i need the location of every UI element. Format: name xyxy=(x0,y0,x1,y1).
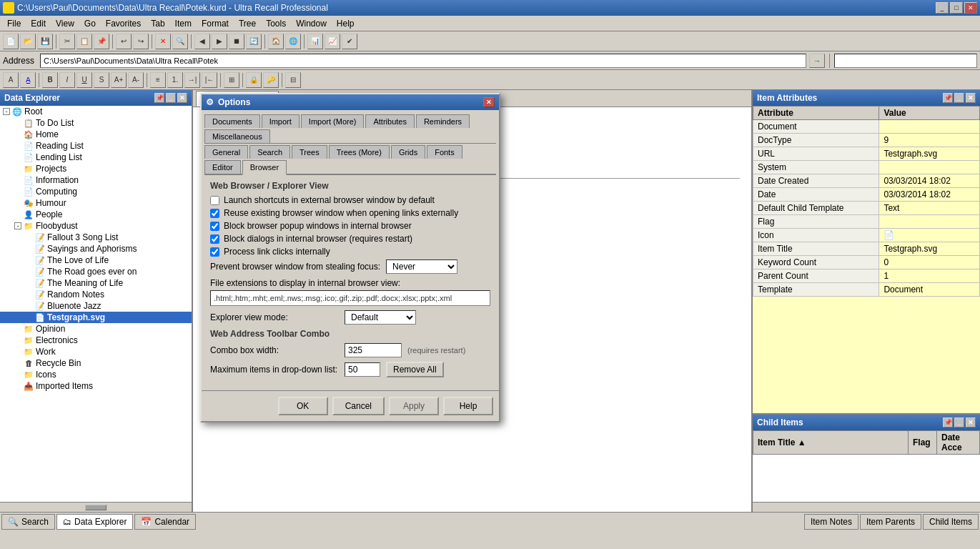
italic-btn[interactable]: I xyxy=(59,72,75,88)
dtab-attributes[interactable]: Attributes xyxy=(365,114,414,128)
tree-item-computing[interactable]: 📄Computing xyxy=(0,186,192,197)
tree-item-home[interactable]: 🏠Home xyxy=(0,129,192,140)
menu-format[interactable]: Format xyxy=(197,17,233,30)
address-input[interactable] xyxy=(40,54,806,68)
menu-help[interactable]: Help xyxy=(332,17,359,30)
dtab-fonts[interactable]: Fonts xyxy=(427,145,462,159)
search-input[interactable] xyxy=(834,54,977,68)
dtab-general[interactable]: General xyxy=(204,145,248,159)
color-btn[interactable]: A̲ xyxy=(20,72,36,88)
cb-reuse-browser[interactable] xyxy=(210,209,219,218)
tree-item-randomnotes[interactable]: 📝Random Notes xyxy=(0,289,192,300)
search-button[interactable]: 🔍 xyxy=(172,34,188,49)
ci-col-date[interactable]: Date Acce xyxy=(937,431,980,455)
tree-item-testgraph[interactable]: 📄Testgraph.svg xyxy=(0,312,192,323)
menu-view[interactable]: View xyxy=(51,17,79,30)
help-button[interactable]: Help xyxy=(443,397,493,415)
de-minimize-button[interactable]: _ xyxy=(166,93,176,103)
menu-edit[interactable]: Edit xyxy=(26,17,50,30)
ok-button[interactable]: OK xyxy=(278,397,328,415)
tb-extra2[interactable]: 📈 xyxy=(325,34,340,49)
ci-col-title[interactable]: Item Title ▲ xyxy=(753,431,909,455)
minimize-button[interactable]: _ xyxy=(936,2,949,14)
cb-block-popup[interactable] xyxy=(210,222,219,231)
dtab-browser[interactable]: Browser xyxy=(242,160,287,175)
explorer-mode-select[interactable]: Default Custom xyxy=(345,310,416,325)
home-button[interactable]: 🏠 xyxy=(268,34,284,49)
tree-item-roadgoeson[interactable]: 📝The Road goes ever on xyxy=(0,266,192,277)
menu-tab[interactable]: Tab xyxy=(147,17,169,30)
ci-close-button[interactable]: ✕ xyxy=(966,417,976,427)
tree-item-bluenotejazz[interactable]: 📝Bluenote Jazz xyxy=(0,300,192,312)
table-btn[interactable]: ⊞ xyxy=(224,72,239,88)
tb-extra3[interactable]: ✔ xyxy=(342,34,357,49)
dtab-reminders[interactable]: Reminders xyxy=(416,114,470,128)
tree-item-humour[interactable]: 🎭Humour xyxy=(0,197,192,209)
grid-btn[interactable]: ⊟ xyxy=(285,72,301,88)
ia-minimize-button[interactable]: _ xyxy=(954,93,964,103)
menu-favorites[interactable]: Favorites xyxy=(102,17,145,30)
underline-btn[interactable]: U xyxy=(76,72,92,88)
tree-item-floobydust[interactable]: -📁Floobydust xyxy=(0,220,192,232)
ci-pin-button[interactable]: 📌 xyxy=(943,417,953,427)
font-btn[interactable]: A xyxy=(3,72,19,88)
dtab-miscellaneous[interactable]: Miscellaneous xyxy=(204,129,270,143)
bottom-tab-calendar[interactable]: 📅 Calendar xyxy=(134,514,196,530)
new-button[interactable]: 📄 xyxy=(3,34,19,49)
stop-button[interactable]: ⏹ xyxy=(229,34,244,49)
maximize-button[interactable]: □ xyxy=(950,2,963,14)
bottom-tab-itemnotes[interactable]: Item Notes xyxy=(804,514,858,530)
dtab-trees[interactable]: Trees xyxy=(292,145,327,159)
tree-item-reading[interactable]: 📄Reading List xyxy=(0,140,192,152)
indent-btn[interactable]: →| xyxy=(184,72,200,88)
dtab-search[interactable]: Search xyxy=(249,145,290,159)
tree-item-lending[interactable]: 📄Lending List xyxy=(0,152,192,163)
tree-item-information[interactable]: 📄Information xyxy=(0,174,192,186)
menu-tools[interactable]: Tools xyxy=(262,17,290,30)
copy-button[interactable]: 📋 xyxy=(76,34,92,49)
dtab-documents[interactable]: Documents xyxy=(204,114,260,128)
tree-item-root[interactable]: -🌐Root xyxy=(0,106,192,117)
tree-scrollbar-thumb[interactable] xyxy=(85,505,107,510)
dtab-grids[interactable]: Grids xyxy=(391,145,425,159)
bottom-tab-search[interactable]: 🔍 Search xyxy=(1,514,55,530)
tree-item-loveoflife[interactable]: 📝The Love of Life xyxy=(0,254,192,266)
tb-extra1[interactable]: 📊 xyxy=(307,34,323,49)
tree-item-electronics[interactable]: 📁Electronics xyxy=(0,335,192,346)
tree-item-todo[interactable]: 📋To Do List xyxy=(0,117,192,129)
tree-item-fallout[interactable]: 📝Fallout 3 Song List xyxy=(0,232,192,243)
dtab-import[interactable]: Import xyxy=(262,114,300,128)
dtab-import-more[interactable]: Import (More) xyxy=(301,114,365,128)
lock-btn[interactable]: 🔒 xyxy=(246,72,262,88)
menu-file[interactable]: File xyxy=(3,17,25,30)
internet-button[interactable]: 🌐 xyxy=(285,34,301,49)
expand-btn-floobydust[interactable]: - xyxy=(14,222,21,229)
expand-btn-root[interactable]: - xyxy=(3,108,10,115)
refresh-button[interactable]: 🔄 xyxy=(246,34,262,49)
back-button[interactable]: ◀ xyxy=(194,34,210,49)
cb-launch-shortcuts[interactable] xyxy=(210,196,219,205)
ia-close-button[interactable]: ✕ xyxy=(966,93,976,103)
de-pin-button[interactable]: 📌 xyxy=(154,93,164,103)
bold-btn[interactable]: B xyxy=(42,72,58,88)
open-button[interactable]: 📂 xyxy=(20,34,36,49)
combo-width-input[interactable] xyxy=(345,343,402,357)
bottom-tab-childitems[interactable]: Child Items xyxy=(923,514,979,530)
ia-pin-button[interactable]: 📌 xyxy=(943,93,953,103)
de-close-button[interactable]: ✕ xyxy=(177,93,187,103)
menu-window[interactable]: Window xyxy=(292,17,331,30)
apply-button[interactable]: Apply xyxy=(389,397,439,415)
bottom-tab-itemparents[interactable]: Item Parents xyxy=(860,514,921,530)
menu-item[interactable]: Item xyxy=(171,17,196,30)
ci-minimize-button[interactable]: _ xyxy=(954,417,964,427)
tree-item-sayings[interactable]: 📝Sayings and Aphorisms xyxy=(0,243,192,254)
outdent-btn[interactable]: |← xyxy=(202,72,217,88)
cut-button[interactable]: ✂ xyxy=(59,34,75,49)
remove-all-button[interactable]: Remove All xyxy=(386,362,444,377)
cb-block-dialogs[interactable] xyxy=(210,234,219,244)
tree-item-work[interactable]: 📁Work xyxy=(0,346,192,357)
menu-tree[interactable]: Tree xyxy=(234,17,260,30)
list-btn[interactable]: ≡ xyxy=(150,72,166,88)
tree-item-recycle[interactable]: 🗑Recycle Bin xyxy=(0,357,192,369)
tree-item-meaningoflife[interactable]: 📝The Meaning of Life xyxy=(0,277,192,289)
